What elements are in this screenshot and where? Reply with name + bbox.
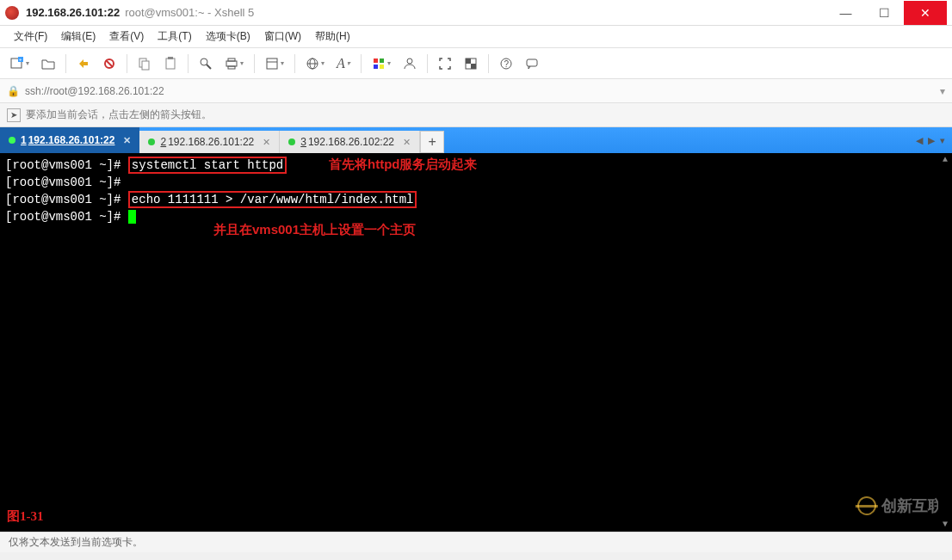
tab-close-icon[interactable]: ✕	[263, 137, 270, 148]
paste-button[interactable]	[158, 53, 182, 74]
svg-rect-14	[267, 58, 277, 69]
hint-bar: ➤ 要添加当前会话，点击左侧的箭头按钮。	[0, 103, 952, 127]
svg-rect-21	[374, 65, 378, 69]
separator	[427, 54, 428, 73]
new-session-button[interactable]: +▾	[5, 53, 34, 74]
tab-prev-icon[interactable]: ◀	[916, 135, 923, 146]
svg-line-10	[207, 65, 211, 69]
svg-rect-29	[527, 59, 537, 66]
command-highlight: systemctl start httpd	[128, 157, 287, 174]
tab-close-icon[interactable]: ✕	[403, 137, 411, 148]
prompt: [root@vms001 ~]#	[5, 193, 128, 206]
copy-button[interactable]	[133, 53, 157, 74]
scroll-down-icon[interactable]: ▼	[938, 518, 952, 532]
new-tab-button[interactable]: +	[420, 131, 444, 153]
tab-label: 192.168.26.101:22	[168, 136, 254, 148]
annotation-2: 并且在vms001主机上设置一个主页	[213, 222, 416, 238]
terminal-pane[interactable]: [root@vms001 ~]# systemctl start httpd […	[0, 153, 952, 532]
session-tab-1[interactable]: 1 192.168.26.101:22 ✕	[0, 127, 139, 153]
watermark: 创新互联	[857, 495, 943, 516]
scroll-track[interactable]	[938, 167, 952, 518]
command-highlight: echo 1111111 > /var/www/html/index.html	[128, 191, 417, 208]
session-tab-3[interactable]: 3 192.168.26.102:22 ✕	[280, 131, 420, 153]
disconnect-button[interactable]	[97, 53, 121, 74]
svg-rect-19	[374, 58, 378, 63]
status-dot-icon	[288, 138, 295, 145]
reconnect-button[interactable]	[71, 53, 96, 74]
hint-arrow-icon[interactable]: ➤	[7, 108, 21, 122]
title-bar: 192.168.26.101:22 root@vms001:~ - Xshell…	[0, 0, 952, 26]
menu-view[interactable]: 查看(V)	[102, 28, 151, 46]
svg-rect-6	[142, 61, 149, 70]
separator	[254, 54, 255, 73]
status-text: 仅将文本发送到当前选项卡。	[9, 535, 143, 550]
separator	[188, 54, 189, 73]
window-title-host: 192.168.26.101:22	[26, 6, 120, 19]
svg-rect-11	[226, 61, 237, 66]
users-button[interactable]	[398, 53, 422, 74]
find-button[interactable]	[194, 53, 218, 74]
toolbar: +▾ ▾ ▾ ▾ A▾ ▾ ?	[0, 48, 952, 79]
window-title-rest: root@vms001:~ - Xshell 5	[125, 6, 254, 19]
address-url: ssh://root@192.168.26.101:22	[25, 85, 164, 97]
prompt: [root@vms001 ~]#	[5, 210, 128, 224]
separator	[65, 54, 66, 73]
menu-edit[interactable]: 编辑(E)	[54, 28, 102, 46]
svg-rect-26	[471, 64, 476, 69]
svg-point-9	[201, 58, 207, 65]
tab-next-icon[interactable]: ▶	[928, 135, 935, 146]
color-button[interactable]: ▾	[367, 53, 396, 74]
chat-button[interactable]	[520, 53, 544, 74]
svg-rect-25	[466, 58, 471, 64]
annotation-1: 首先将httpd服务启动起来	[329, 157, 477, 173]
open-button[interactable]	[36, 53, 60, 74]
svg-rect-22	[380, 65, 384, 69]
svg-rect-12	[228, 58, 235, 61]
svg-point-23	[407, 58, 412, 64]
hint-text: 要添加当前会话，点击左侧的箭头按钮。	[26, 108, 212, 122]
menu-file[interactable]: 文件(F)	[7, 28, 54, 46]
menu-tools[interactable]: 工具(T)	[151, 28, 198, 46]
font-button[interactable]: A▾	[331, 52, 355, 75]
maximize-button[interactable]: ☐	[865, 1, 904, 25]
tab-number: 3	[300, 136, 306, 148]
separator	[294, 54, 295, 73]
svg-rect-20	[380, 58, 384, 63]
address-dropdown-icon[interactable]: ▾	[940, 85, 945, 97]
close-button[interactable]: ✕	[904, 1, 947, 25]
prompt: [root@vms001 ~]#	[5, 175, 121, 189]
language-button[interactable]: ▾	[300, 53, 330, 74]
vertical-scrollbar[interactable]: ▲ ▼	[938, 153, 952, 532]
session-tab-2[interactable]: 2 192.168.26.101:22 ✕	[139, 131, 280, 153]
watermark-text: 创新互联	[881, 495, 943, 516]
svg-rect-8	[168, 57, 173, 59]
svg-rect-13	[228, 66, 235, 69]
menu-help[interactable]: 帮助(H)	[308, 28, 357, 46]
app-icon	[5, 6, 19, 20]
cursor-icon	[128, 210, 136, 224]
transparency-button[interactable]	[459, 53, 483, 74]
svg-rect-7	[166, 58, 175, 69]
menu-bar: 文件(F) 编辑(E) 查看(V) 工具(T) 选项卡(B) 窗口(W) 帮助(…	[0, 26, 952, 48]
properties-button[interactable]: ▾	[260, 53, 289, 74]
tab-strip: 1 192.168.26.101:22 ✕ 2 192.168.26.101:2…	[0, 127, 952, 153]
help-button[interactable]: ?	[494, 53, 518, 74]
watermark-icon	[855, 494, 879, 518]
menu-tabs[interactable]: 选项卡(B)	[199, 28, 257, 46]
window-controls: — ☐ ✕	[826, 1, 947, 25]
prompt: [root@vms001 ~]#	[5, 158, 128, 172]
separator	[361, 54, 362, 73]
scroll-up-icon[interactable]: ▲	[938, 153, 952, 167]
tab-label: 192.168.26.102:22	[308, 136, 394, 148]
minimize-button[interactable]: —	[826, 1, 865, 25]
status-dot-icon	[148, 138, 155, 145]
tab-close-icon[interactable]: ✕	[123, 135, 131, 146]
fullscreen-button[interactable]	[433, 53, 457, 74]
print-button[interactable]: ▾	[219, 53, 249, 74]
address-bar[interactable]: 🔒 ssh://root@192.168.26.101:22 ▾	[0, 79, 952, 103]
menu-window[interactable]: 窗口(W)	[257, 28, 308, 46]
svg-text:+: +	[19, 57, 22, 62]
status-bar: 仅将文本发送到当前选项卡。	[0, 532, 952, 552]
svg-text:?: ?	[504, 59, 509, 69]
tab-list-icon[interactable]: ▾	[940, 135, 945, 146]
